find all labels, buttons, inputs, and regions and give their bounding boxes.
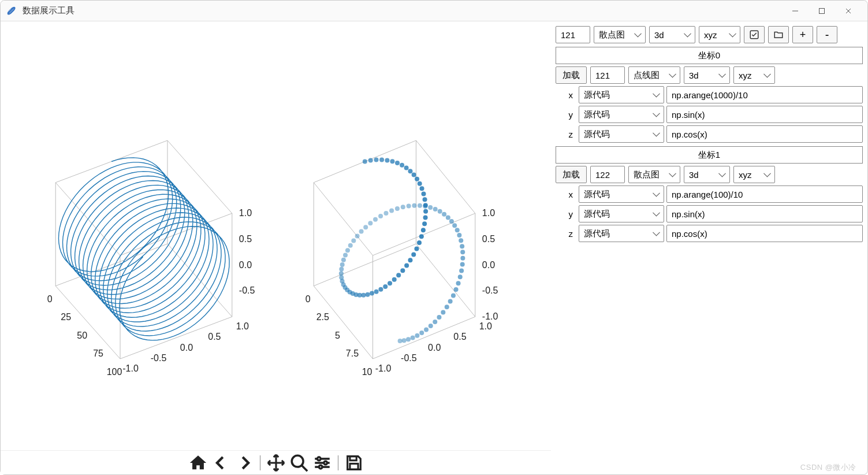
source-select[interactable]: 源代码 bbox=[579, 86, 664, 103]
svg-line-5 bbox=[301, 465, 307, 471]
dim-select[interactable]: 3d bbox=[649, 26, 695, 43]
pan-icon[interactable] bbox=[266, 453, 286, 473]
plot-area bbox=[1, 21, 551, 474]
axes-select[interactable]: xyz bbox=[733, 66, 775, 84]
load-button[interactable]: 加载 bbox=[556, 166, 587, 183]
configure-icon[interactable] bbox=[312, 453, 332, 473]
minimize-button[interactable] bbox=[782, 2, 809, 20]
svg-rect-12 bbox=[349, 456, 356, 460]
expr-input[interactable] bbox=[666, 86, 863, 103]
separator bbox=[338, 455, 338, 470]
back-icon[interactable] bbox=[211, 453, 231, 473]
subplot-121[interactable] bbox=[35, 114, 307, 385]
axes-select[interactable]: xyz bbox=[733, 166, 775, 183]
axes-select[interactable]: xyz bbox=[699, 26, 740, 43]
expr-input[interactable] bbox=[666, 125, 863, 143]
svg-point-11 bbox=[319, 465, 322, 469]
subplot-code-input[interactable] bbox=[556, 26, 590, 43]
plot-type-select[interactable]: 散点图 bbox=[628, 166, 680, 183]
separator bbox=[260, 455, 260, 470]
section-header-0: 坐标0 bbox=[556, 47, 863, 64]
forward-icon[interactable] bbox=[234, 453, 254, 473]
source-select[interactable]: 源代码 bbox=[579, 106, 664, 123]
source-select[interactable]: 源代码 bbox=[579, 185, 664, 203]
subplot-code-input[interactable] bbox=[590, 166, 625, 183]
axis-label: x bbox=[556, 185, 576, 203]
save-icon[interactable] bbox=[344, 453, 364, 473]
axis-label: x bbox=[556, 86, 576, 103]
home-icon[interactable] bbox=[188, 453, 208, 473]
section-header-1: 坐标1 bbox=[556, 146, 863, 164]
source-select[interactable]: 源代码 bbox=[579, 205, 664, 222]
axis-label: y bbox=[556, 205, 576, 222]
expr-input[interactable] bbox=[666, 185, 863, 203]
maximize-button[interactable] bbox=[809, 2, 835, 20]
titlebar: 数据展示工具 bbox=[1, 1, 867, 21]
source-select[interactable]: 源代码 bbox=[579, 225, 664, 242]
axis-label: z bbox=[556, 225, 576, 242]
svg-rect-13 bbox=[349, 463, 357, 469]
expr-input[interactable] bbox=[666, 225, 863, 242]
remove-button[interactable]: - bbox=[817, 26, 837, 43]
check-icon-button[interactable] bbox=[744, 26, 765, 43]
svg-point-4 bbox=[292, 455, 303, 467]
dim-select[interactable]: 3d bbox=[684, 166, 730, 183]
svg-point-9 bbox=[317, 457, 321, 461]
load-button[interactable]: 加载 bbox=[556, 66, 587, 84]
expr-input[interactable] bbox=[666, 106, 863, 123]
zoom-icon[interactable] bbox=[289, 453, 309, 473]
close-button[interactable] bbox=[835, 2, 862, 20]
window-title: 数据展示工具 bbox=[23, 5, 74, 16]
svg-point-10 bbox=[323, 461, 327, 465]
svg-rect-1 bbox=[819, 8, 825, 13]
subplot-122[interactable] bbox=[295, 114, 543, 385]
dim-select[interactable]: 3d bbox=[684, 66, 730, 84]
app-icon bbox=[6, 6, 17, 16]
folder-icon-button[interactable] bbox=[768, 26, 789, 43]
axis-label: z bbox=[556, 125, 576, 143]
side-panel: 散点图 3d xyz + - 坐标0 加载 点线图 3d xyz x 源代码 bbox=[551, 21, 867, 474]
watermark: CSDN @微小冷 bbox=[800, 462, 856, 473]
plot-type-select[interactable]: 点线图 bbox=[628, 66, 680, 84]
matplotlib-toolbar bbox=[1, 450, 551, 474]
add-button[interactable]: + bbox=[792, 26, 813, 43]
source-select[interactable]: 源代码 bbox=[579, 125, 664, 143]
axis-label: y bbox=[556, 106, 576, 123]
subplot-code-input[interactable] bbox=[590, 66, 625, 84]
expr-input[interactable] bbox=[666, 205, 863, 222]
plot-type-select[interactable]: 散点图 bbox=[594, 26, 646, 43]
